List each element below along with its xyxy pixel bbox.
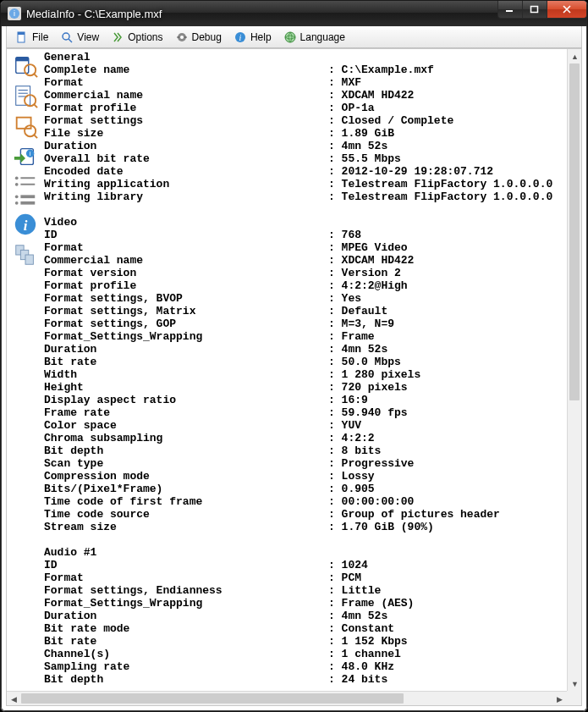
info-key: Compression mode bbox=[44, 470, 328, 483]
sidebar-multi-icon[interactable] bbox=[11, 240, 40, 269]
info-key: Writing library bbox=[44, 190, 328, 203]
sidebar-sheet-icon[interactable] bbox=[11, 81, 40, 110]
info-row: Format profile4:2:2@High bbox=[44, 279, 566, 292]
section-title: Audio #1 bbox=[44, 546, 566, 559]
svg-rect-5 bbox=[18, 32, 25, 35]
info-value: 1.70 GiB (90%) bbox=[328, 521, 434, 533]
view-icon bbox=[60, 30, 74, 44]
blank-line bbox=[44, 203, 566, 216]
info-value: 1 152 Kbps bbox=[328, 635, 408, 648]
scroll-down-button[interactable]: ▼ bbox=[568, 676, 582, 691]
info-value: 16:9 bbox=[328, 394, 368, 406]
info-row: Channel(s)1 channel bbox=[44, 648, 566, 660]
svg-text:i: i bbox=[24, 218, 28, 234]
scroll-v-track[interactable] bbox=[568, 63, 581, 676]
info-key: Format_Settings_Wrapping bbox=[44, 597, 328, 610]
svg-point-14 bbox=[285, 32, 295, 42]
maximize-button[interactable] bbox=[522, 1, 547, 19]
scroll-h-thumb[interactable] bbox=[21, 693, 404, 704]
info-value: XDCAM HD422 bbox=[328, 254, 414, 267]
info-value: Closed / Complete bbox=[328, 114, 453, 127]
info-row: Writing libraryTelestream FlipFactory 1.… bbox=[44, 190, 566, 203]
menu-file[interactable]: File bbox=[10, 29, 53, 46]
svg-line-18 bbox=[34, 74, 37, 77]
info-key: Chroma subsampling bbox=[44, 432, 328, 444]
svg-rect-39 bbox=[20, 201, 35, 205]
info-value: Little bbox=[328, 584, 381, 597]
info-row: Stream size1.70 GiB (90%) bbox=[44, 521, 566, 533]
info-value: 0.905 bbox=[328, 483, 375, 495]
section-title: Video bbox=[44, 216, 566, 229]
menu-options[interactable]: Options bbox=[106, 29, 168, 46]
info-row: Overall bit rate55.5 Mbps bbox=[44, 152, 566, 165]
info-row: Format_Settings_WrappingFrame (AES) bbox=[44, 597, 566, 610]
language-icon bbox=[283, 30, 297, 44]
info-text-pane[interactable]: GeneralComplete nameC:\Example.mxfFormat… bbox=[44, 49, 581, 705]
menu-language-label: Language bbox=[300, 31, 345, 43]
info-key: Display aspect ratio bbox=[44, 394, 328, 406]
info-key: Stream size bbox=[44, 521, 328, 533]
info-value: Constant bbox=[328, 622, 394, 635]
info-row: Format settingsClosed / Complete bbox=[44, 114, 566, 127]
svg-rect-3 bbox=[531, 7, 538, 13]
scroll-left-button[interactable]: ◀ bbox=[7, 692, 21, 706]
info-key: File size bbox=[44, 127, 328, 140]
info-key: Bit depth bbox=[44, 673, 328, 686]
svg-point-9 bbox=[180, 36, 184, 39]
info-key: Format settings, GOP bbox=[44, 317, 328, 330]
info-key: Bit rate mode bbox=[44, 622, 328, 635]
sidebar-html-icon[interactable] bbox=[11, 191, 40, 208]
info-value: Frame bbox=[328, 330, 375, 343]
horizontal-scrollbar[interactable]: ◀ ▶ bbox=[7, 691, 567, 705]
info-value: C:\Example.mxf bbox=[328, 63, 434, 76]
info-value: 4mn 52s bbox=[328, 140, 387, 152]
info-key: Format settings, Matrix bbox=[44, 305, 328, 317]
info-value: 59.940 fps bbox=[328, 406, 408, 419]
close-button[interactable] bbox=[547, 1, 587, 19]
info-row: FormatMXF bbox=[44, 76, 566, 89]
scroll-right-button[interactable]: ▶ bbox=[552, 692, 567, 706]
info-row: Format_Settings_WrappingFrame bbox=[44, 330, 566, 343]
info-key: Bits/(Pixel*Frame) bbox=[44, 483, 328, 495]
info-key: Bit rate bbox=[44, 635, 328, 648]
sidebar-basic-icon[interactable] bbox=[11, 51, 40, 80]
info-value: 1 channel bbox=[328, 648, 401, 660]
svg-line-24 bbox=[34, 104, 37, 108]
minimize-button[interactable] bbox=[497, 1, 523, 19]
info-key: Duration bbox=[44, 343, 328, 356]
scrollbar-corner bbox=[567, 691, 581, 705]
svg-line-7 bbox=[69, 39, 72, 42]
menu-file-label: File bbox=[32, 31, 48, 43]
info-value: XDCAM HD422 bbox=[328, 89, 414, 102]
scroll-up-button[interactable]: ▲ bbox=[568, 49, 582, 63]
scroll-v-thumb[interactable] bbox=[569, 63, 580, 400]
info-row: Encoded date2012-10-29 19:28:07.712 bbox=[44, 165, 566, 178]
info-row: ID768 bbox=[44, 229, 566, 241]
info-row: FormatPCM bbox=[44, 571, 566, 584]
info-value: Progressive bbox=[328, 457, 414, 470]
svg-point-32 bbox=[15, 176, 19, 179]
menu-view[interactable]: View bbox=[55, 29, 104, 46]
titlebar[interactable]: i MediaInfo - C:\Example.mxf bbox=[1, 1, 587, 26]
svg-rect-38 bbox=[20, 195, 35, 198]
info-row: Format settings, GOPM=3, N=9 bbox=[44, 317, 566, 330]
sidebar-export-icon[interactable]: i bbox=[11, 142, 40, 171]
info-key: Format settings, BVOP bbox=[44, 292, 328, 305]
info-key: ID bbox=[44, 559, 328, 571]
menu-language[interactable]: Language bbox=[278, 29, 350, 46]
info-value: 55.5 Mbps bbox=[328, 152, 401, 165]
sidebar-about-icon[interactable]: i bbox=[11, 210, 40, 239]
info-value: 24 bits bbox=[328, 673, 387, 686]
svg-point-36 bbox=[15, 195, 19, 198]
scroll-h-track[interactable] bbox=[21, 692, 552, 705]
menu-help[interactable]: i Help bbox=[228, 29, 277, 46]
info-row: Bit depth8 bits bbox=[44, 444, 566, 457]
info-row: Commercial nameXDCAM HD422 bbox=[44, 254, 566, 267]
menu-debug-label: Debug bbox=[192, 31, 222, 43]
menu-debug[interactable]: Debug bbox=[170, 29, 227, 46]
info-value: 48.0 KHz bbox=[328, 660, 394, 673]
sidebar-tree-icon[interactable] bbox=[11, 112, 40, 141]
vertical-scrollbar[interactable]: ▲ ▼ bbox=[567, 49, 581, 691]
svg-rect-45 bbox=[25, 255, 33, 264]
info-key: Format settings bbox=[44, 114, 328, 127]
